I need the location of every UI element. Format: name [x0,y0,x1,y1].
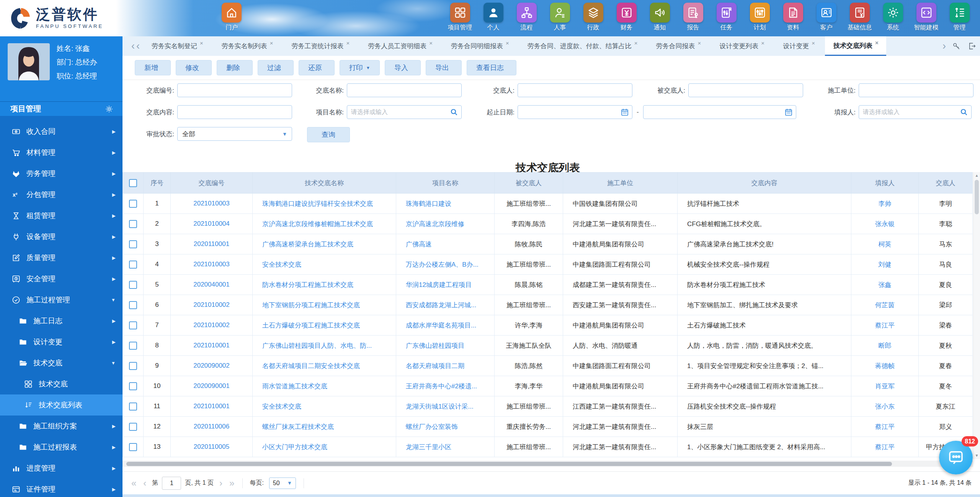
tab-close-icon[interactable]: × [270,40,273,46]
sidebar-menu-item[interactable]: 质量管理 ▶ [0,247,122,268]
row-checkbox[interactable] [129,301,137,309]
horizontal-scrollbar[interactable] [122,461,973,467]
app-nav-item[interactable]: 管理 [943,3,976,32]
table-row[interactable]: 9 2020090002 名都天府城项目二期安全技术交底 名都天府城项目二期 陈… [123,356,973,376]
toolbar-button[interactable]: 还原 [299,60,335,75]
tab-close-icon[interactable]: × [812,40,815,46]
tab-close-icon[interactable]: × [346,40,350,46]
table-row[interactable]: 11 2021010001 安全技术交底 龙湖天街城1区设计采... 施工班组带… [123,396,973,417]
exit-icon[interactable] [968,42,977,51]
start-date-input[interactable] [518,105,632,119]
sidebar-menu-item[interactable]: 安全管理 ▶ [0,268,122,289]
disclosure-name-link[interactable]: 珠海鹤港口建设抗浮锚杆安全技术交底 [262,200,373,207]
sidebar-menu-item[interactable]: 设备管理 ▶ [0,226,122,247]
app-nav-item[interactable]: 项目管理 [443,3,477,32]
tab[interactable]: 劳务合同报表 × [648,36,709,56]
app-nav-item[interactable]: 任务 [710,3,743,32]
disclosure-name-link[interactable]: 广东佛山碧桂园项目人防、水电、防... [262,342,372,349]
gear-icon[interactable] [105,105,113,113]
app-nav-item[interactable]: 流程 [510,3,543,32]
reporter-link[interactable]: 张小东 [875,403,895,410]
disclosure-code-link[interactable]: 2021010003 [193,261,230,268]
sidebar-menu-item[interactable]: x² 分包管理 ▶ [0,184,122,205]
disclosure-name-link[interactable]: 雨水管道施工技术交底 [262,383,327,390]
disclosure-code-link[interactable]: 2021010003 [193,200,230,207]
disclosure-code-link[interactable]: 2020110001 [194,240,229,248]
tab-close-icon[interactable]: × [200,40,203,46]
row-checkbox[interactable] [129,382,137,390]
reporter-link[interactable]: 蔡江平 [875,423,895,430]
toolbar-button[interactable]: 查看日志 [467,60,516,75]
project-name-link[interactable]: 龙湖天街城1区设计采... [406,403,474,410]
toolbar-button[interactable]: 新增 [135,60,171,75]
search-icon[interactable] [959,108,969,117]
disclosure-name-link[interactable]: 名都天府城项目二期安全技术交底 [262,362,360,370]
app-nav-item[interactable]: 智能建模 [910,3,943,32]
toolbar-button[interactable]: 修改 [176,60,212,75]
row-checkbox[interactable] [129,362,137,370]
disclosure-name-input[interactable] [347,83,462,97]
sidebar-menu-item[interactable]: 材料管理 ▶ [0,142,122,163]
disclosure-name-link[interactable]: 安全技术交底 [262,403,301,410]
sidebar-menu-item[interactable]: 证件管理 ▶ [0,479,122,497]
disclosure-name-link[interactable]: 安全技术交底 [262,261,301,268]
project-name-link[interactable]: 京沪高速北京段维修 [406,220,464,228]
disclosure-name-link[interactable]: 广佛高速桥梁承台施工技术交底 [262,241,353,248]
project-name-link[interactable]: 名都天府城项目二期 [406,362,464,370]
tab[interactable]: 劳务合同明细报表 × [443,36,517,56]
sidebar-menu-item[interactable]: 施工过程报表 ▶ [0,437,122,458]
disclosure-code-link[interactable]: 2021010002 [193,321,230,329]
project-name-link[interactable]: 广佛高速 [406,241,432,248]
disclosure-code-link[interactable]: 2020040001 [193,281,230,288]
table-row[interactable]: 2 2021010004 京沪高速北京段维修桩帽施工技术交底 京沪高速北京段维修… [123,214,973,234]
sidebar-menu-item[interactable]: 投标管理 ▶ [0,116,122,121]
sidebar-menu-item[interactable]: 进度管理 ▶ [0,458,122,479]
tab[interactable]: 技术交底列表 × [825,36,886,56]
row-checkbox[interactable] [129,321,137,329]
sidebar-menu-item[interactable]: 施工日志 ▶ [0,310,122,331]
table-row[interactable]: 3 2020110001 广佛高速桥梁承台施工技术交底 广佛高速 陈牧,陈民 中… [123,234,973,254]
select-all-checkbox[interactable] [129,179,137,187]
tabs-scroll-left-icon[interactable]: ‹ [134,41,142,51]
toolbar-button[interactable]: 过滤 [258,60,294,75]
reporter-link[interactable]: 肖亚军 [875,383,895,390]
sidebar-menu-item[interactable]: 技术交底 ▼ [0,352,122,373]
project-name-link[interactable]: 王府井商务中心#2楼遗... [406,383,477,390]
tab-close-icon[interactable]: × [634,40,638,46]
reporter-link[interactable]: 蒋德帧 [875,362,895,370]
reporter-link[interactable]: 断郎 [879,342,892,349]
disclosure-code-link[interactable]: 2021010001 [193,402,230,410]
disclosure-name-link[interactable]: 螺丝厂抹灰工程技术交底 [262,423,334,430]
row-checkbox[interactable] [129,342,137,350]
row-checkbox[interactable] [129,443,137,451]
toolbar-button[interactable]: 打印▼ [340,60,380,75]
app-nav-item[interactable]: 报告 [676,3,710,32]
page-size-select[interactable]: 50 ▼ [269,477,296,489]
row-checkbox[interactable] [129,402,137,411]
disclosure-name-link[interactable]: 土石方爆破分项工程施工技术交底 [262,322,360,329]
app-nav-item[interactable]: 客户 [810,3,843,32]
disclosure-code-link[interactable]: 2021010004 [193,220,230,227]
row-checkbox[interactable] [129,240,137,248]
calendar-icon[interactable] [784,108,793,117]
reporter-link[interactable]: 张永银 [875,220,895,228]
disclosure-name-link[interactable]: 京沪高速北京段维修桩帽施工技术交底 [262,220,373,228]
toolbar-button[interactable]: 导出 [426,60,462,75]
tab[interactable]: 设计变更列表 × [711,36,772,56]
query-button[interactable]: 查询 [307,127,350,142]
project-name-link[interactable]: 万达办公楼左侧A、B办... [406,261,479,268]
search-icon[interactable] [449,108,459,117]
row-checkbox[interactable] [129,220,137,228]
table-row[interactable]: 1 2021010003 珠海鹤港口建设抗浮锚杆安全技术交底 珠海鹤港口建设 施… [123,194,973,214]
app-nav-item[interactable]: 计划 [743,3,776,32]
table-row[interactable]: 13 2020110005 小区大门甲方技术交底 龙湖三千里小区 施工班组带班.… [123,437,973,457]
reporter-link[interactable]: 蔡江平 [875,443,895,451]
portal-nav-item[interactable]: 门户 [219,3,244,32]
end-date-input[interactable] [643,105,796,119]
disclosee-input[interactable] [688,83,803,97]
prev-page-icon[interactable]: ‹ [140,479,150,488]
scroll-up-icon[interactable]: ▲ [973,173,980,178]
disclosure-content-input[interactable] [177,105,292,119]
disclosure-code-link[interactable]: 2021010001 [193,342,230,349]
table-row[interactable]: 7 2021010002 土石方爆破分项工程施工技术交底 成都水岸华庭名苑项目.… [123,315,973,336]
